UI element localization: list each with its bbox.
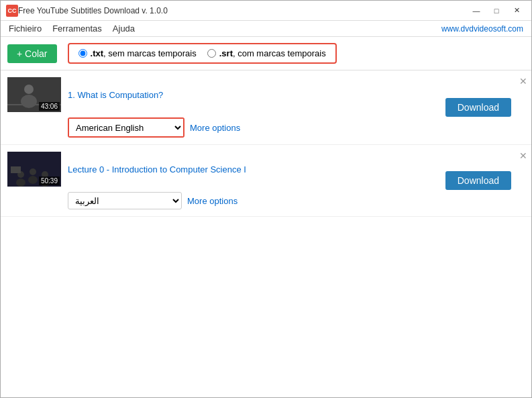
txt-radio[interactable] (78, 49, 87, 58)
video-2-title[interactable]: Lecture 0 - Introduction to Computer Sci… (68, 164, 246, 175)
menu-ajuda[interactable]: Ajuda (107, 22, 140, 35)
toolbar: + Colar .txt, sem marcas temporais .srt,… (1, 37, 531, 70)
window-controls: — □ ✕ (467, 4, 526, 17)
srt-format-label: .srt, com marcas temporais (219, 48, 326, 58)
minimize-button[interactable]: — (467, 4, 486, 17)
website-link[interactable]: www.dvdvideosoft.com (441, 24, 529, 34)
video-2-row: 50:39 Lecture 0 - Introduction to Comput… (7, 152, 525, 209)
svg-rect-11 (11, 166, 21, 173)
video-1-controls: American English English French Spanish … (68, 117, 445, 138)
close-button[interactable]: ✕ (507, 4, 526, 17)
format-options-group: .txt, sem marcas temporais .srt, com mar… (68, 43, 337, 64)
svg-point-1 (24, 85, 34, 94)
video-1-title[interactable]: 1. What is Computation? (68, 90, 163, 100)
video-1-duration: 43:06 (39, 102, 60, 111)
video-1-language-select[interactable]: American English English French Spanish … (69, 119, 183, 136)
video-2-thumbnail: 50:39 (7, 152, 61, 187)
txt-format-label: .txt, sem marcas temporais (91, 48, 197, 58)
remove-video-1-button[interactable]: ✕ (519, 76, 527, 87)
video-2-language-select-wrap: العربية American English English French … (68, 192, 182, 209)
video-1-title-row: 43:06 1. What is Computation? (7, 77, 445, 112)
svg-point-6 (16, 179, 25, 187)
srt-radio[interactable] (207, 49, 216, 58)
title-bar: CC Free YouTube Subtitles Download v. 1.… (1, 1, 531, 21)
maximize-button[interactable]: □ (487, 4, 506, 17)
menu-ferramentas[interactable]: Ferramentas (47, 22, 107, 35)
menu-bar: Fichieiro Ferramentas Ajuda www.dvdvideo… (1, 21, 531, 37)
window-title: Free YouTube Subtitles Download v. 1.0.0 (18, 6, 467, 15)
video-2-more-options-link[interactable]: More options (187, 196, 237, 206)
menu-fichieiro[interactable]: Fichieiro (3, 22, 47, 35)
video-2-controls: العربية American English English French … (68, 192, 445, 209)
srt-option[interactable]: .srt, com marcas temporais (207, 48, 326, 58)
video-item-2: ✕ (1, 145, 531, 217)
video-2-duration: 50:39 (39, 177, 60, 185)
video-2-language-select[interactable]: العربية American English English French … (68, 192, 182, 209)
video-1-language-select-wrap: American English English French Spanish … (68, 117, 184, 138)
txt-option[interactable]: .txt, sem marcas temporais (78, 48, 197, 58)
svg-point-7 (30, 168, 36, 175)
app-icon: CC (6, 5, 18, 17)
content-area: ✕ (1, 70, 531, 397)
video-1-thumbnail: 43:06 (7, 77, 61, 112)
video-1-download-button[interactable]: Download (445, 98, 511, 117)
video-2-title-row: 50:39 Lecture 0 - Introduction to Comput… (7, 152, 445, 187)
paste-button[interactable]: + Colar (7, 44, 57, 63)
svg-point-8 (28, 176, 38, 184)
svg-point-2 (21, 95, 37, 108)
main-window: CC Free YouTube Subtitles Download v. 1.… (0, 0, 532, 398)
video-1-more-options-link[interactable]: More options (190, 123, 240, 133)
remove-video-2-button[interactable]: ✕ (519, 150, 527, 161)
video-item-1: ✕ (1, 70, 531, 145)
video-1-row: 43:06 1. What is Computation? American E… (7, 77, 525, 138)
video-2-download-button[interactable]: Download (445, 171, 511, 190)
